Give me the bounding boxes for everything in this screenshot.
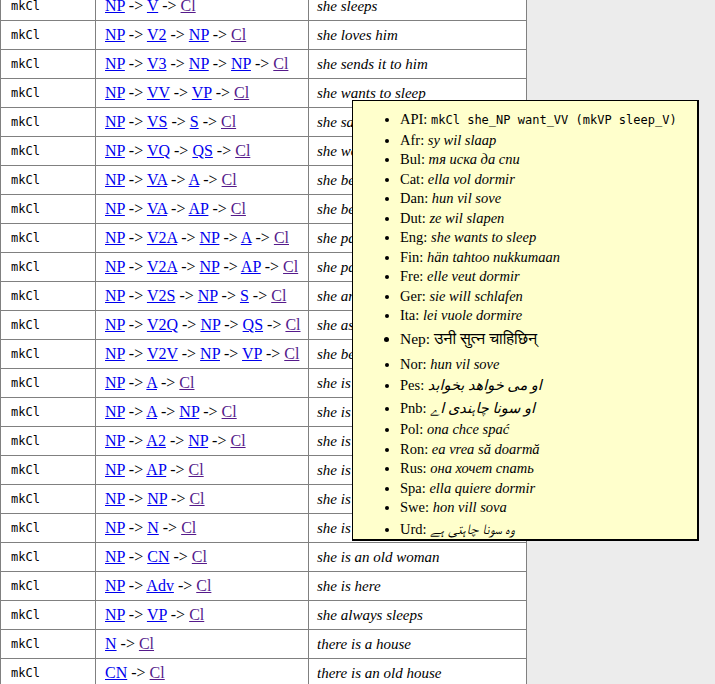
category-link-np[interactable]: NP: [105, 55, 125, 72]
category-link-np[interactable]: NP: [147, 490, 167, 507]
category-link-np[interactable]: NP: [200, 316, 220, 333]
category-link-a[interactable]: A: [241, 229, 252, 246]
category-link-np[interactable]: NP: [200, 229, 220, 246]
category-link-s[interactable]: S: [190, 113, 199, 130]
category-link-v2s[interactable]: V2S: [147, 287, 175, 304]
arrow-separator: ->: [158, 0, 180, 14]
category-link-np[interactable]: NP: [105, 171, 125, 188]
example-sentence: there is an old house: [309, 659, 527, 684]
category-link-np[interactable]: NP: [105, 432, 125, 449]
category-link-vp[interactable]: VP: [192, 84, 212, 101]
category-link-np[interactable]: NP: [105, 606, 125, 623]
category-link-cl[interactable]: Cl: [222, 171, 237, 188]
category-link-cl[interactable]: Cl: [283, 258, 298, 275]
category-link-cl[interactable]: Cl: [230, 432, 245, 449]
translation-text: hun vil sove: [432, 190, 501, 206]
category-link-cl[interactable]: Cl: [231, 200, 246, 217]
category-link-np[interactable]: NP: [189, 55, 209, 72]
category-link-np[interactable]: NP: [188, 432, 208, 449]
category-link-np[interactable]: NP: [105, 403, 125, 420]
category-link-np[interactable]: NP: [189, 26, 209, 43]
translation-text: او می خواهد بخوابد: [428, 377, 542, 393]
arrow-separator: ->: [125, 84, 147, 101]
category-link-a[interactable]: A: [189, 171, 200, 188]
category-link-vp[interactable]: VP: [242, 345, 262, 362]
category-link-cl[interactable]: Cl: [271, 287, 286, 304]
category-link-cl[interactable]: Cl: [181, 519, 196, 536]
category-link-ap[interactable]: AP: [146, 461, 166, 478]
category-link-cl[interactable]: Cl: [221, 113, 236, 130]
category-link-v2q[interactable]: V2Q: [147, 316, 178, 333]
category-link-ap[interactable]: AP: [189, 200, 209, 217]
category-link-np[interactable]: NP: [105, 229, 125, 246]
category-link-adv[interactable]: Adv: [146, 577, 174, 594]
arrow-separator: ->: [218, 287, 240, 304]
category-link-cl[interactable]: Cl: [274, 229, 289, 246]
category-link-cl[interactable]: Cl: [235, 142, 250, 159]
category-link-np[interactable]: NP: [105, 258, 125, 275]
category-link-np[interactable]: NP: [105, 113, 125, 130]
category-link-v2[interactable]: V2: [147, 26, 167, 43]
category-link-cl[interactable]: Cl: [285, 316, 300, 333]
category-link-np[interactable]: NP: [105, 26, 125, 43]
category-link-qs[interactable]: QS: [192, 142, 212, 159]
category-link-ap[interactable]: AP: [241, 258, 261, 275]
category-link-n[interactable]: N: [147, 519, 159, 536]
category-link-np[interactable]: NP: [105, 577, 125, 594]
category-link-np[interactable]: NP: [105, 548, 125, 565]
category-link-vq[interactable]: VQ: [147, 142, 170, 159]
language-label: Cat:: [400, 171, 428, 187]
category-link-np[interactable]: NP: [231, 55, 251, 72]
category-link-np[interactable]: NP: [105, 374, 125, 391]
example-sentence: she sends it to him: [309, 50, 527, 79]
category-link-v2a[interactable]: V2A: [147, 258, 177, 275]
function-name: mkCl: [1, 195, 96, 224]
category-link-a2[interactable]: A2: [146, 432, 166, 449]
category-link-np[interactable]: NP: [105, 490, 125, 507]
category-link-cl[interactable]: Cl: [139, 635, 154, 652]
category-link-cn[interactable]: CN: [147, 548, 169, 565]
category-link-qs[interactable]: QS: [243, 316, 263, 333]
category-link-cl[interactable]: Cl: [150, 664, 165, 681]
category-link-cl[interactable]: Cl: [189, 461, 204, 478]
category-link-cn[interactable]: CN: [105, 664, 127, 681]
category-link-a[interactable]: A: [146, 403, 157, 420]
category-link-vv[interactable]: VV: [147, 84, 170, 101]
category-link-cl[interactable]: Cl: [192, 548, 207, 565]
category-link-np[interactable]: NP: [105, 316, 125, 333]
category-link-cl[interactable]: Cl: [189, 606, 204, 623]
category-link-v2a[interactable]: V2A: [147, 229, 177, 246]
category-link-n[interactable]: N: [105, 635, 117, 652]
category-link-np[interactable]: NP: [179, 403, 199, 420]
category-link-np[interactable]: NP: [105, 461, 125, 478]
category-link-np[interactable]: NP: [198, 287, 218, 304]
category-link-np[interactable]: NP: [200, 345, 220, 362]
category-link-np[interactable]: NP: [105, 0, 125, 14]
category-link-np[interactable]: NP: [200, 258, 220, 275]
category-link-cl[interactable]: Cl: [273, 55, 288, 72]
category-link-vp[interactable]: VP: [147, 606, 167, 623]
category-link-np[interactable]: NP: [105, 142, 125, 159]
category-link-np[interactable]: NP: [105, 200, 125, 217]
category-link-v3[interactable]: V3: [147, 55, 167, 72]
category-link-cl[interactable]: Cl: [231, 26, 246, 43]
category-link-s[interactable]: S: [240, 287, 249, 304]
category-link-v2v[interactable]: V2V: [147, 345, 178, 362]
category-link-cl[interactable]: Cl: [179, 374, 194, 391]
category-link-np[interactable]: NP: [105, 287, 125, 304]
category-link-a[interactable]: A: [146, 374, 157, 391]
category-link-v[interactable]: V: [147, 0, 158, 14]
category-link-va[interactable]: VA: [147, 171, 167, 188]
category-link-cl[interactable]: Cl: [196, 577, 211, 594]
category-link-cl[interactable]: Cl: [284, 345, 299, 362]
category-link-cl[interactable]: Cl: [234, 84, 249, 101]
category-link-va[interactable]: VA: [147, 200, 167, 217]
category-link-cl[interactable]: Cl: [181, 0, 196, 14]
category-link-cl[interactable]: Cl: [189, 490, 204, 507]
arrow-separator: ->: [219, 229, 240, 246]
category-link-vs[interactable]: VS: [147, 113, 167, 130]
category-link-np[interactable]: NP: [105, 84, 125, 101]
category-link-cl[interactable]: Cl: [222, 403, 237, 420]
category-link-np[interactable]: NP: [105, 519, 125, 536]
category-link-np[interactable]: NP: [105, 345, 125, 362]
